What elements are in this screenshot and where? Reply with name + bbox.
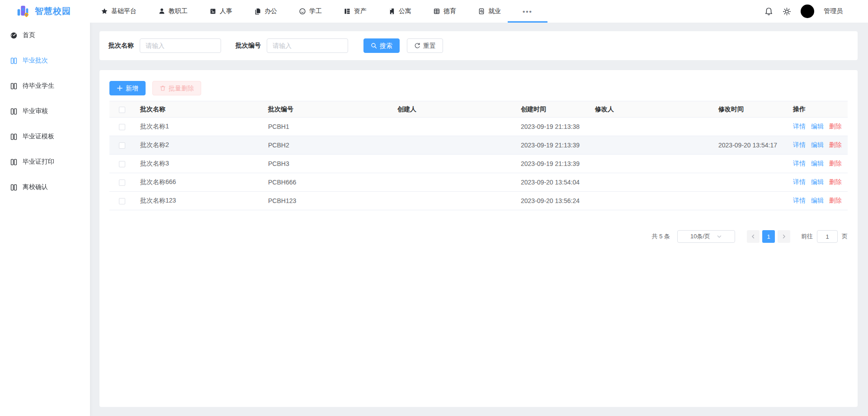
id-card-icon [209,8,217,15]
book-icon [10,133,18,141]
row-checkbox[interactable] [119,161,125,167]
bell-icon[interactable] [764,7,773,16]
batch-name-label: 批次名称 [108,42,134,50]
detail-link[interactable]: 详情 [793,160,806,167]
refresh-icon [414,43,420,49]
nav-item-moral-education[interactable]: 德育 [433,0,456,23]
user-avatar[interactable] [801,5,814,18]
sidebar: 首页 毕业批次 待毕业学生 毕业审核 毕业证模板 毕业证打印 离校确认 [0,23,90,416]
batch-table: 批次名称 批次编号 创建人 创建时间 修改人 修改时间 操作 批次名称1 PCB… [109,101,848,210]
sidebar-item-leave-confirmation[interactable]: 离校确认 [0,175,90,200]
chevron-down-icon [717,234,722,239]
select-all-checkbox[interactable] [119,107,125,113]
detail-link[interactable]: 详情 [793,178,806,185]
sidebar-item-pending-graduates[interactable]: 待毕业学生 [0,73,90,99]
pager: 1 [747,230,790,243]
edit-link[interactable]: 编辑 [811,141,824,148]
more-icon: ••• [523,8,533,15]
reset-button[interactable]: 重置 [407,38,443,53]
delete-link[interactable]: 删除 [829,141,842,148]
nav-item-office[interactable]: 办公 [254,0,277,23]
table-header-row: 批次名称 批次编号 创建人 创建时间 修改人 修改时间 操作 [109,101,848,118]
app-title: 智慧校园 [35,5,71,17]
nav-item-teachers[interactable]: 教职工 [158,0,188,23]
search-button[interactable]: 搜索 [363,38,400,53]
book-icon [10,108,18,115]
moral-grid-icon [433,8,440,15]
batch-delete-button[interactable]: 批量删除 [152,81,201,95]
table-row: 批次名称666 PCBH666 2023-09-20 13:54:04 详情 编… [109,173,848,192]
edit-link[interactable]: 编辑 [811,197,824,204]
apartment-icon [388,8,396,15]
table-row: 批次名称2 PCBH2 2023-09-19 21:13:39 2023-09-… [109,136,848,155]
goto-label: 前往 [801,232,813,241]
row-checkbox[interactable] [119,124,125,130]
detail-link[interactable]: 详情 [793,141,806,148]
col-header-creator: 创建人 [392,101,515,118]
edit-link[interactable]: 编辑 [811,160,824,167]
row-checkbox[interactable] [119,180,125,186]
chevron-right-icon [781,234,787,239]
dashboard-icon [10,32,18,39]
top-navigation: 基础平台 教职工 人事 办公 学工 [101,0,533,23]
user-name: 管理员 [819,7,843,15]
page-size-select[interactable]: 10条/页 [677,230,735,243]
col-header-modifier: 修改人 [590,101,713,118]
pagination: 共 5 条 10条/页 1 前 [109,230,848,243]
main-content: 批次名称 批次编号 搜索 重置 新增 [90,23,868,416]
row-checkbox[interactable] [119,142,125,149]
batch-code-input[interactable] [267,38,348,53]
chevron-left-icon [750,234,756,239]
add-button[interactable]: 新增 [109,81,146,95]
table-row: 批次名称1 PCBH1 2023-09-19 21:13:38 详情 编辑 删除 [109,118,848,136]
logo-icon [15,4,31,19]
sidebar-item-home[interactable]: 首页 [0,23,90,48]
page-unit-label: 页 [842,232,848,241]
batch-name-input[interactable] [140,38,221,53]
row-checkbox[interactable] [119,198,125,204]
book-icon [10,158,18,166]
teacher-icon [158,8,165,15]
table-row: 批次名称3 PCBH3 2023-09-19 21:13:39 详情 编辑 删除 [109,155,848,173]
batch-code-label: 批次编号 [236,42,261,50]
col-header-batch-code: 批次编号 [263,101,392,118]
book-icon [10,184,18,191]
sidebar-item-diploma-template[interactable]: 毕业证模板 [0,124,90,149]
nav-item-apartment[interactable]: 公寓 [388,0,411,23]
edit-link[interactable]: 编辑 [811,178,824,185]
prev-page-button[interactable] [747,230,760,243]
sidebar-item-graduation-review[interactable]: 毕业审核 [0,99,90,124]
edit-link[interactable]: 编辑 [811,123,824,130]
nav-item-assets[interactable]: 资产 [344,0,367,23]
student-icon [299,8,306,15]
search-panel: 批次名称 批次编号 搜索 重置 [99,31,858,60]
gear-icon[interactable] [783,7,791,16]
employment-icon [478,8,485,15]
delete-link[interactable]: 删除 [829,160,842,167]
delete-link[interactable]: 删除 [829,178,842,185]
nav-item-employment[interactable]: 就业 [478,0,501,23]
col-header-actions: 操作 [788,101,848,118]
goto-page-input[interactable] [817,230,838,243]
app-logo: 智慧校园 [15,4,71,19]
nav-item-more[interactable]: ••• [523,0,533,23]
page-number-button[interactable]: 1 [762,230,775,243]
nav-item-hr[interactable]: 人事 [209,0,232,23]
documents-icon [254,8,261,15]
delete-link[interactable]: 删除 [829,197,842,204]
sidebar-item-diploma-print[interactable]: 毕业证打印 [0,149,90,175]
star-icon [101,8,108,15]
sidebar-item-graduation-batch[interactable]: 毕业批次 [0,48,90,73]
detail-link[interactable]: 详情 [793,123,806,130]
detail-link[interactable]: 详情 [793,197,806,204]
topbar-right: 管理员 [764,5,843,18]
nav-item-student-affairs[interactable]: 学工 [299,0,322,23]
next-page-button[interactable] [778,230,790,243]
table-row: 批次名称123 PCBH123 2023-09-20 13:56:24 详情 编… [109,192,848,210]
book-icon [10,57,18,65]
col-header-modified-time: 修改时间 [713,101,788,118]
col-header-batch-name: 批次名称 [135,101,263,118]
delete-link[interactable]: 删除 [829,123,842,130]
pagination-total: 共 5 条 [652,232,670,241]
nav-item-base-platform[interactable]: 基础平台 [101,0,137,23]
